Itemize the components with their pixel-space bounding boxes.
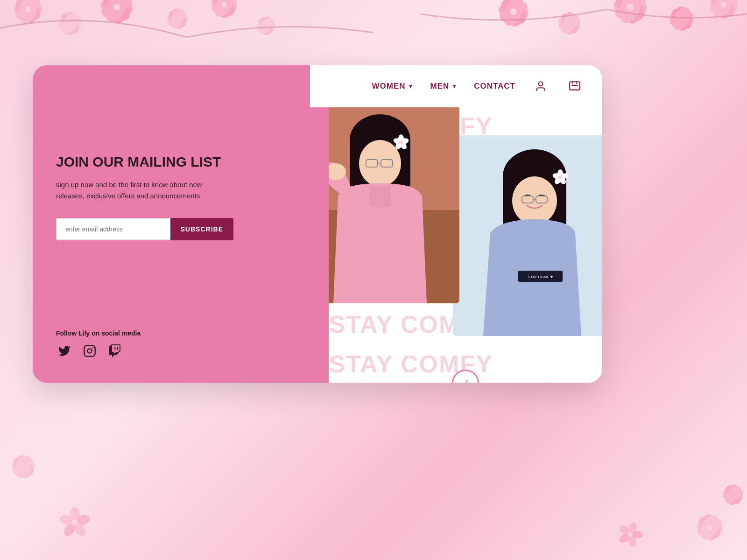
svg-point-131 xyxy=(628,532,633,537)
svg-text:STAY COMF ★: STAY COMF ★ xyxy=(528,275,554,279)
email-input[interactable] xyxy=(56,218,170,240)
svg-point-83 xyxy=(539,82,543,86)
svg-point-87 xyxy=(92,347,93,348)
pink-model-figure xyxy=(329,107,459,303)
subscribe-form: SUBSCRIBE xyxy=(56,218,233,240)
user-icon xyxy=(535,80,547,92)
svg-point-49 xyxy=(627,3,634,11)
men-dropdown-icon: ▼ xyxy=(451,83,458,90)
right-panel: STAY COMFY STAY COMFY STAY COMFY STAY CO… xyxy=(329,107,602,383)
svg-point-5 xyxy=(25,7,31,12)
model-blue-image: STAY COMF ★ xyxy=(453,135,602,336)
blue-model-figure: STAY COMF ★ xyxy=(453,135,602,336)
svg-point-125 xyxy=(72,520,78,525)
svg-point-16 xyxy=(113,4,120,10)
bottom-right-flower-decoration xyxy=(607,513,654,551)
women-dropdown-icon: ▼ xyxy=(408,83,414,90)
instagram-icon-button[interactable] xyxy=(81,343,98,359)
left-panel: JOIN OUR MAILING LIST sign up now and be… xyxy=(33,107,329,383)
nav-contact[interactable]: CONTACT xyxy=(474,82,515,91)
mailing-title: JOIN OUR MAILING LIST xyxy=(56,154,305,170)
chevron-down-icon: ✓ xyxy=(461,377,470,383)
svg-point-38 xyxy=(510,8,517,15)
social-label: Follow Lily on social media xyxy=(56,329,305,337)
bottom-flower-decoration xyxy=(47,495,103,541)
svg-point-27 xyxy=(221,2,227,7)
instagram-icon xyxy=(83,344,96,357)
cart-icon xyxy=(569,80,581,92)
user-icon-button[interactable] xyxy=(532,77,550,95)
mailing-description: sign up now and be the first to know abo… xyxy=(56,179,215,202)
nav-links: WOMEN ▼ MEN ▼ CONTACT xyxy=(363,77,584,95)
nav-men[interactable]: MEN ▼ xyxy=(430,82,458,91)
nav-women[interactable]: WOMEN ▼ xyxy=(372,82,414,91)
svg-point-86 xyxy=(87,349,92,353)
svg-point-102 xyxy=(399,140,403,144)
mailing-section: JOIN OUR MAILING LIST sign up now and be… xyxy=(56,154,305,240)
twitch-icon-button[interactable] xyxy=(106,343,123,359)
model-pink-image xyxy=(329,107,459,303)
svg-point-66 xyxy=(707,525,712,530)
twitter-icon xyxy=(58,344,71,357)
svg-point-117 xyxy=(558,175,562,179)
cart-icon-button[interactable] xyxy=(566,77,584,95)
social-section: Follow Lily on social media xyxy=(56,329,305,359)
twitch-icon xyxy=(108,344,121,357)
subscribe-button[interactable]: SUBSCRIBE xyxy=(170,218,233,240)
main-content: JOIN OUR MAILING LIST sign up now and be… xyxy=(33,107,602,383)
svg-rect-85 xyxy=(84,345,95,356)
svg-point-60 xyxy=(721,2,726,7)
svg-point-108 xyxy=(512,176,557,225)
twitter-icon-button[interactable] xyxy=(56,343,73,359)
main-card: LilyPichu WOMEN ▼ MEN ▼ CONTACT xyxy=(33,65,602,383)
navbar: LilyPichu WOMEN ▼ MEN ▼ CONTACT xyxy=(33,65,602,107)
social-icons xyxy=(56,343,305,359)
